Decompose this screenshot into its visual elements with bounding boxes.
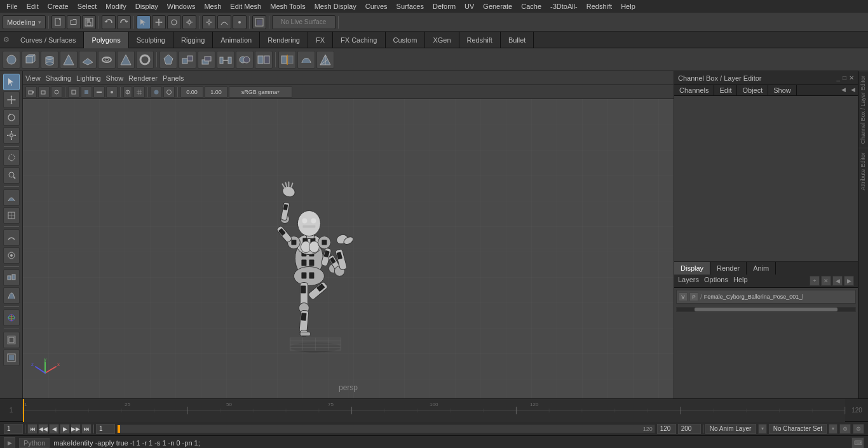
pb-go-start[interactable]: ⏮ (27, 424, 37, 434)
menu-select[interactable]: Select (74, 0, 101, 13)
vp-sel-obj[interactable] (68, 86, 79, 98)
lasso-select-tool[interactable] (3, 149, 20, 166)
layer-row[interactable]: V P / Female_Cyborg_Ballerina_Pose_001_l (676, 290, 856, 304)
tab-fx-caching[interactable]: FX Caching (333, 32, 385, 48)
viewport-canvas[interactable]: persp x y z (23, 99, 674, 398)
pb-play[interactable]: ▶ (60, 424, 70, 434)
menu-display[interactable]: Display (132, 0, 162, 13)
save-file-btn[interactable] (82, 15, 96, 29)
vp-menu-shading[interactable]: Shading (46, 74, 71, 82)
vp-shading-smooth[interactable] (151, 86, 162, 98)
menu-modify[interactable]: Modify (102, 0, 130, 13)
vp-cam-btn[interactable] (25, 86, 37, 98)
shelf-sphere[interactable] (3, 51, 20, 69)
menu-mesh[interactable]: Mesh (200, 0, 225, 13)
shelf-triangulate[interactable] (316, 51, 334, 69)
layer-v-toggle[interactable]: V (679, 292, 688, 301)
vp-menu-lighting[interactable]: Lighting (76, 74, 101, 82)
tab-curves-surfaces[interactable]: Curves / Surfaces (13, 32, 84, 48)
select-tool[interactable] (3, 74, 20, 90)
timeline-ruler[interactable]: 1 25 50 75 100 120 (23, 399, 845, 422)
shelf-mirror[interactable] (278, 51, 296, 69)
shelf-combine[interactable] (236, 51, 254, 69)
paint-select-tool[interactable] (3, 167, 20, 184)
vp-cam3-btn[interactable] (51, 86, 62, 98)
layer-menu-help[interactable]: Help (733, 276, 748, 286)
tab-sculpting[interactable]: Sculpting (129, 32, 173, 48)
shelf-pipe[interactable] (136, 51, 154, 69)
vp-menu-renderer[interactable]: Renderer (128, 74, 158, 82)
tab-rendering[interactable]: Rendering (260, 32, 308, 48)
layer-menu-options[interactable]: Options (704, 276, 728, 286)
shelf-plane[interactable] (79, 51, 97, 69)
mode-selector[interactable]: Modeling ▾ (3, 15, 46, 29)
vp-float2[interactable]: 1.00 (205, 86, 227, 98)
range-end-field[interactable]: 200 (678, 424, 701, 434)
menu-file[interactable]: File (3, 0, 22, 13)
menu-cache[interactable]: Cache (517, 0, 545, 13)
move-mode-btn[interactable] (152, 15, 166, 29)
vp-cam2-btn[interactable] (38, 86, 50, 98)
vp-grid-btn[interactable] (133, 86, 145, 98)
vp-sel-vert[interactable] (106, 86, 118, 98)
menu-uv[interactable]: UV (461, 0, 478, 13)
layer-scrollbar[interactable] (676, 307, 856, 312)
menu-edit-mesh[interactable]: Edit Mesh (226, 0, 265, 13)
tab-settings-btn[interactable]: ⚙ (0, 36, 13, 44)
viewport[interactable]: View Shading Lighting Show Renderer Pane… (23, 71, 674, 398)
redo-btn[interactable] (117, 15, 131, 29)
shelf-cube[interactable] (22, 51, 39, 69)
attribute-editor-side-tab[interactable]: Attribute Editor (858, 148, 868, 194)
char-set-settings[interactable]: ⚙ (839, 424, 851, 434)
vp-float1[interactable]: 0.00 (180, 86, 203, 98)
menu-deform[interactable]: Deform (429, 0, 459, 13)
layer-scroll-left[interactable]: ◀ (832, 276, 843, 286)
tab-xgen[interactable]: XGen (425, 32, 459, 48)
tab-custom[interactable]: Custom (386, 32, 426, 48)
menu-curves[interactable]: Curves (362, 0, 391, 13)
crease-tool[interactable] (3, 229, 20, 246)
shelf-bridge[interactable] (217, 51, 234, 69)
lattice-tool[interactable] (3, 207, 20, 224)
python-toggle-btn[interactable]: ▶ (4, 437, 15, 449)
gimbal-tool[interactable] (3, 309, 20, 326)
menu-windows[interactable]: Windows (163, 0, 200, 13)
shelf-append-poly[interactable] (179, 51, 196, 69)
cb-side-button[interactable]: ◀ (839, 85, 848, 95)
live-surface-btn[interactable]: No Live Surface (272, 15, 336, 29)
vp-menu-show[interactable]: Show (106, 74, 124, 82)
pb-back[interactable]: ◀ (49, 424, 59, 434)
cb-side-button2[interactable]: ◀ (848, 85, 858, 95)
anim-layer-arrow[interactable]: ▾ (758, 424, 767, 434)
new-file-btn[interactable] (51, 15, 65, 29)
layer-delete-btn[interactable]: ✕ (821, 276, 831, 286)
snap-point-btn[interactable] (233, 15, 247, 29)
soft-modify-tool[interactable] (3, 189, 20, 206)
vp-menu-panels[interactable]: Panels (163, 74, 184, 82)
open-file-btn[interactable] (67, 15, 81, 29)
tab-fx[interactable]: FX (308, 32, 333, 48)
menu-create[interactable]: Create (44, 0, 72, 13)
shelf-cylinder[interactable] (41, 51, 58, 69)
tab-bullet[interactable]: Bullet (501, 32, 534, 48)
char-set-arrow[interactable]: ▾ (829, 424, 837, 434)
menu-generate[interactable]: Generate (479, 0, 516, 13)
rotate-tool[interactable] (3, 109, 20, 126)
menu-mesh-tools[interactable]: Mesh Tools (266, 0, 309, 13)
undo-btn[interactable] (102, 15, 116, 29)
char-set-settings2[interactable]: ⚙ (853, 424, 864, 434)
snap-curve-btn[interactable] (217, 15, 231, 29)
pb-go-end[interactable]: ⏭ (81, 424, 92, 434)
vp-shading-wire[interactable] (163, 86, 175, 98)
vp-menu-view[interactable]: View (25, 74, 41, 82)
no-anim-layer-dropdown[interactable]: No Anim Layer (705, 424, 756, 434)
vp-isolate-btn[interactable] (123, 86, 132, 98)
menu-edit[interactable]: Edit (23, 0, 43, 13)
script-editor-btn[interactable]: ⌨ (851, 437, 864, 449)
scale-mode-btn[interactable] (182, 15, 196, 29)
current-frame-field[interactable]: 1 (4, 424, 23, 434)
frame-range-slider[interactable]: 120 (117, 424, 655, 433)
shelf-extrude[interactable] (198, 51, 215, 69)
layer-new-btn[interactable]: + (810, 276, 820, 286)
sculpt-tool[interactable] (3, 287, 20, 304)
